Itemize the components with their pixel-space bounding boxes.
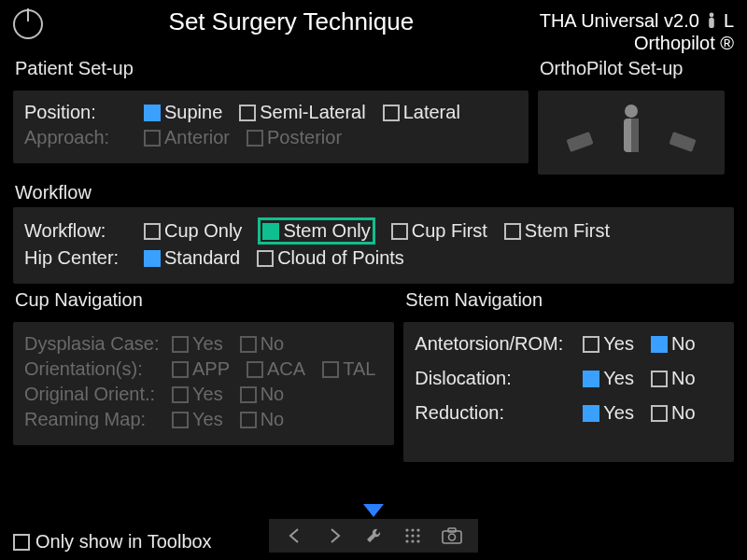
position-label: Position: — [24, 102, 134, 123]
svg-point-15 — [416, 539, 419, 542]
svg-point-8 — [411, 528, 414, 531]
reduction-label: Reduction: — [415, 402, 573, 424]
orient-tal: TAL — [322, 358, 375, 380]
svg-rect-6 — [631, 119, 639, 152]
svg-point-12 — [416, 534, 419, 537]
svg-rect-1 — [709, 18, 714, 28]
workflow-panel: Workflow: Cup Only Stem Only Cup First S… — [13, 207, 734, 284]
cup-nav-panel: Dysplasia Case: Yes No Orientation(s): A… — [13, 322, 394, 445]
dysplasia-no: No — [240, 333, 285, 355]
version-block: THA Universal v2.0 L Orthopilot ® — [540, 9, 734, 54]
orient-aca: ACA — [247, 358, 305, 380]
toolbar-marker-icon — [363, 504, 384, 517]
dysplasia-label: Dysplasia Case: — [24, 333, 162, 355]
svg-rect-17 — [448, 528, 456, 532]
stem-nav-panel: Antetorsion/ROM: Yes No Dislocation: Yes… — [403, 322, 734, 462]
stem-nav-title: Stem Navigation — [403, 289, 734, 315]
reaming-yes: Yes — [172, 409, 223, 430]
cup-nav-title: Cup Navigation — [13, 289, 394, 315]
reduction-no[interactable]: No — [651, 402, 696, 424]
approach-posterior: Posterior — [247, 127, 342, 148]
grid-icon[interactable] — [400, 523, 426, 549]
dislocation-no[interactable]: No — [651, 368, 696, 389]
patient-setup-panel: Position: Supine Semi-Lateral Lateral Ap… — [13, 91, 529, 163]
svg-point-0 — [709, 13, 713, 18]
wrench-icon[interactable] — [360, 523, 387, 549]
workflow-label: Workflow: — [24, 220, 134, 242]
only-toolbox-label: Only show in Toolbox — [35, 531, 212, 553]
dysplasia-yes: Yes — [172, 333, 223, 355]
origorient-label: Original Orient.: — [24, 384, 162, 405]
svg-point-9 — [416, 528, 419, 531]
bottom-toolbar — [269, 519, 478, 553]
origorient-yes: Yes — [172, 384, 223, 405]
orientations-label: Orientation(s): — [24, 358, 162, 380]
svg-point-4 — [625, 105, 638, 118]
workflow-stemonly[interactable]: Stem Only — [259, 218, 374, 244]
svg-rect-2 — [566, 132, 593, 152]
svg-rect-3 — [669, 132, 696, 152]
position-lateral[interactable]: Lateral — [383, 102, 460, 123]
position-semilateral[interactable]: Semi-Lateral — [239, 102, 365, 123]
svg-point-7 — [405, 528, 408, 531]
workflow-stemfirst[interactable]: Stem First — [504, 220, 610, 242]
workflow-cupfirst[interactable]: Cup First — [391, 220, 487, 242]
patient-setup-title: Patient Set-up — [13, 58, 529, 83]
camera-icon[interactable] — [439, 523, 465, 549]
orthopilot-setup-panel[interactable] — [538, 91, 725, 175]
orthopilot-setup-title: OrthoPilot Set-up — [538, 58, 734, 83]
approach-label: Approach: — [24, 127, 134, 148]
person-icon — [705, 12, 718, 29]
dislocation-yes[interactable]: Yes — [583, 368, 634, 389]
power-icon[interactable] — [13, 9, 43, 39]
antetorsion-no[interactable]: No — [651, 333, 696, 355]
reaming-label: Reaming Map: — [24, 409, 162, 430]
antetorsion-label: Antetorsion/ROM: — [415, 333, 573, 355]
version-text: THA Universal v2.0 — [540, 9, 699, 32]
origorient-no: No — [240, 384, 285, 405]
reaming-no: No — [240, 409, 285, 430]
hipcenter-label: Hip Center: — [24, 247, 134, 269]
orthopilot-setup-icon — [557, 98, 706, 163]
hipcenter-cloud[interactable]: Cloud of Points — [257, 247, 404, 269]
only-toolbox-toggle[interactable]: Only show in Toolbox — [13, 531, 212, 553]
antetorsion-yes[interactable]: Yes — [583, 333, 634, 355]
svg-point-10 — [405, 534, 408, 537]
workflow-title: Workflow — [0, 175, 747, 207]
dislocation-label: Dislocation: — [415, 368, 573, 389]
orient-app: APP — [172, 358, 230, 380]
side-indicator: L — [724, 9, 734, 32]
next-button[interactable] — [321, 523, 347, 549]
brand-text: Orthopilot ® — [540, 32, 734, 54]
svg-point-11 — [411, 534, 414, 537]
svg-rect-16 — [443, 531, 461, 543]
svg-point-18 — [449, 534, 456, 540]
prev-button[interactable] — [282, 523, 308, 549]
position-supine[interactable]: Supine — [144, 102, 222, 123]
approach-anterior: Anterior — [144, 127, 230, 148]
svg-point-14 — [411, 539, 414, 542]
reduction-yes[interactable]: Yes — [583, 402, 634, 424]
hipcenter-standard[interactable]: Standard — [144, 247, 240, 269]
page-title: Set Surgery Technique — [43, 7, 540, 36]
workflow-cuponly[interactable]: Cup Only — [144, 220, 242, 242]
svg-point-13 — [405, 539, 408, 542]
